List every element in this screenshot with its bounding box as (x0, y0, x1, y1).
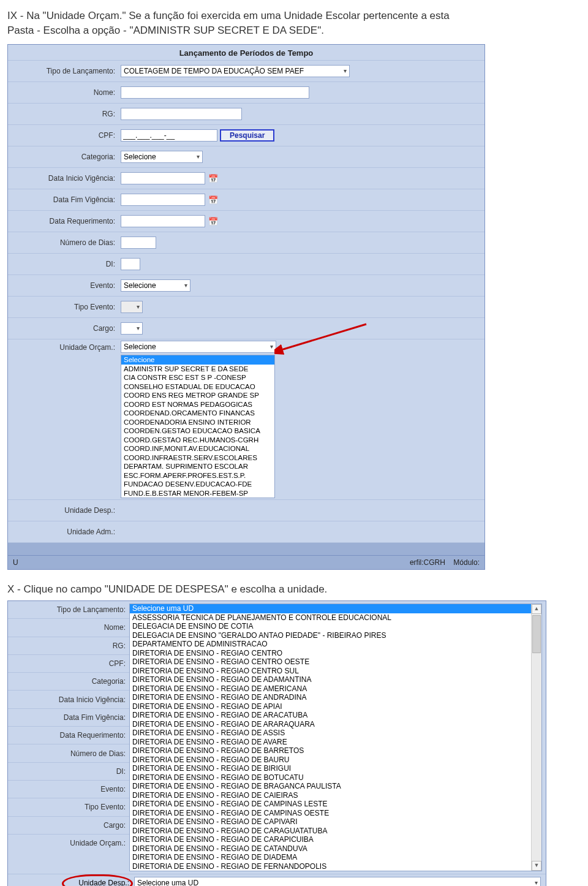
dropdown-option[interactable]: Selecione (121, 355, 274, 365)
select-tipo-lancamento[interactable]: COLETAGEM DE TEMPO DA EDUCAÇÃO SEM PAEF (121, 65, 350, 77)
select-unid-desp-2[interactable]: Selecione uma UD (134, 877, 541, 886)
label-data-fim: Data Fim Vigência: (8, 195, 119, 204)
form-label: DI: (8, 762, 129, 780)
select-categoria[interactable]: Selecione (121, 151, 203, 163)
panel-title: Lançamento de Períodos de Tempo (8, 45, 484, 60)
input-data-req[interactable] (121, 215, 205, 227)
scroll-up-icon[interactable]: ▲ (532, 604, 541, 614)
scrollbar[interactable]: ▲ ▼ (531, 604, 541, 871)
screenshot-panel-1: Lançamento de Períodos de Tempo Tipo de … (7, 44, 485, 570)
footer-modulo: Módulo: (453, 558, 480, 567)
input-data-fim[interactable] (121, 194, 205, 206)
calendar-icon[interactable]: 📅 (208, 173, 219, 184)
form-label: Tipo de Lançamento: (8, 601, 129, 618)
input-nome[interactable] (121, 86, 309, 99)
label-unid-desp-2: Unidade Desp.: (8, 879, 133, 886)
label-data-inicio: Data Inicio Vigência: (8, 174, 119, 183)
listbox-option[interactable]: DIRETORIA DE ENSINO - REGIAO DE CAMPINAS… (130, 809, 541, 818)
dropdown-option[interactable]: DEPARTAM. SUPRIMENTO ESCOLAR (121, 462, 274, 471)
listbox-option[interactable]: DIRETORIA DE ENSINO - REGIAO DE AMERICAN… (130, 684, 541, 694)
label-unid-adm: Unidade Adm.: (8, 528, 119, 536)
instruction-second: X - Clique no campo "UNIDADE DE DESPESA"… (7, 583, 581, 596)
scroll-down-icon[interactable]: ▼ (532, 861, 541, 871)
pesquisar-button[interactable]: Pesquisar (220, 129, 274, 142)
listbox-option[interactable]: DIRETORIA DE ENSINO - REGIAO DE BAURU (130, 755, 541, 765)
listbox-option[interactable]: DIRETORIA DE ENSINO - REGIAO DE BOTUCATU (130, 773, 541, 782)
listbox-option[interactable]: DEPARTAMENTO DE ADMINISTRACAO (130, 640, 541, 649)
label-nome: Nome: (8, 88, 119, 97)
listbox-option[interactable]: DIRETORIA DE ENSINO - REGIAO DE CAPIVARI (130, 817, 541, 827)
listbox-option[interactable]: ASSESSORIA TECNICA DE PLANEJAMENTO E CON… (130, 613, 541, 623)
calendar-icon[interactable]: 📅 (208, 194, 219, 205)
input-num-dias[interactable] (121, 237, 156, 249)
dropdown-option[interactable]: COORDEN.GESTAO EDUCACAO BASICA (121, 426, 274, 436)
listbox-option[interactable]: DIRETORIA DE ENSINO - REGIAO DE AVARE (130, 738, 541, 747)
listbox-option[interactable]: DELEGACIA DE ENSINO "GERALDO ANTAO PIEDA… (130, 631, 541, 640)
listbox-option[interactable]: DIRETORIA DE ENSINO - REGIAO CENTRO OEST… (130, 657, 541, 667)
listbox-option[interactable]: DIRETORIA DE ENSINO - REGIAO DE CARAPICU… (130, 835, 541, 844)
listbox-option[interactable]: DIRETORIA DE ENSINO - REGIAO CENTRO SUL (130, 667, 541, 676)
label-tipo-lancamento: Tipo de Lançamento: (8, 67, 119, 75)
dropdown-option[interactable]: FUNDACAO DESENV.EDUCACAO-FDE (121, 480, 274, 489)
dropdown-option[interactable]: COORD.GESTAO REC.HUMANOS-CGRH (121, 436, 274, 445)
dropdown-option[interactable]: FUND.E.B.ESTAR MENOR-FEBEM-SP (121, 489, 274, 498)
dropdown-option[interactable]: ADMINISTR SUP SECRET E DA SEDE (121, 365, 274, 374)
input-cpf[interactable] (121, 129, 217, 142)
instruction-line-1: IX - Na "Unidade Orçam." Se a função foi… (7, 10, 581, 22)
listbox-option[interactable]: DIRETORIA DE ENSINO - REGIAO DE ANDRADIN… (130, 693, 541, 702)
footer-u: U (13, 556, 18, 569)
form-label: Data Requerimento: (8, 726, 129, 744)
label-di: DI: (8, 260, 119, 268)
listbox-option[interactable]: DIRETORIA DE ENSINO - REGIAO DE BRAGANCA… (130, 782, 541, 791)
dropdown-option[interactable]: COORDENAD.ORCAMENTO FINANCAS (121, 409, 274, 418)
dropdown-option[interactable]: COORD.INF,MONIT.AV.EDUCACIONAL (121, 444, 274, 453)
form-label: Tipo Evento: (8, 798, 129, 816)
dropdown-option[interactable]: CIA CONSTR ESC EST S P -CONESP (121, 373, 274, 382)
dropdown-option[interactable]: COORD ENS REG METROP GRANDE SP (121, 391, 274, 400)
select-tipo-evento[interactable] (121, 301, 143, 313)
label-evento: Evento: (8, 281, 119, 290)
dropdown-option[interactable]: CONSELHO ESTADUAL DE EDUCACAO (121, 382, 274, 392)
form-label: Cargo: (8, 816, 129, 834)
label-tipo-evento: Tipo Evento: (8, 303, 119, 311)
dropdown-unid-orcam[interactable]: SelecioneADMINISTR SUP SECRET E DA SEDEC… (121, 355, 275, 498)
listbox-option[interactable]: DIRETORIA DE ENSINO - REGIAO DE DIADEMA (130, 853, 541, 862)
listbox-option[interactable]: Selecione uma UD (130, 604, 541, 613)
listbox-option[interactable]: DIRETORIA DE ENSINO - REGIAO DE CAIEIRAS (130, 791, 541, 800)
select-cargo[interactable] (121, 322, 143, 335)
input-di[interactable] (121, 258, 140, 270)
input-data-inicio[interactable] (121, 172, 205, 184)
label-data-req: Data Requerimento: (8, 217, 119, 225)
input-rg[interactable] (121, 108, 242, 120)
form-label: Categoria: (8, 672, 129, 690)
listbox-unid-desp[interactable]: Selecione uma UDASSESSORIA TECNICA DE PL… (129, 604, 542, 871)
listbox-option[interactable]: DIRETORIA DE ENSINO - REGIAO DE BIRIGUI (130, 764, 541, 773)
listbox-option[interactable]: DIRETORIA DE ENSINO - REGIAO DE BARRETOS (130, 746, 541, 755)
status-bar: U erfil:CGRH Módulo: (8, 555, 484, 569)
select-unid-orcam[interactable]: Selecione (121, 341, 276, 353)
label-rg: RG: (8, 110, 119, 118)
form-label: CPF: (8, 654, 129, 672)
dropdown-option[interactable]: COORD.INFRAESTR.SERV.ESCOLARES (121, 453, 274, 463)
listbox-option[interactable]: DIRETORIA DE ENSINO - REGIAO DE FERNANDO… (130, 862, 541, 871)
listbox-option[interactable]: DIRETORIA DE ENSINO - REGIAO DE APIAI (130, 702, 541, 711)
listbox-option[interactable]: DIRETORIA DE ENSINO - REGIAO DE ARARAQUA… (130, 720, 541, 729)
listbox-option[interactable]: DIRETORIA DE ENSINO - REGIAO DE CATANDUV… (130, 844, 541, 854)
dropdown-option[interactable]: ESC.FORM.APERF.PROFES.EST.S.P. (121, 471, 274, 480)
form-label: Evento: (8, 780, 129, 798)
dropdown-option[interactable]: COORDENADORIA ENSINO INTERIOR (121, 418, 274, 427)
dropdown-option[interactable]: COORD EST NORMAS PEDAGOGICAS (121, 400, 274, 409)
form-label: Data Fim Vigência: (8, 708, 129, 726)
label-unid-orcam: Unidade Orçam.: (8, 341, 119, 352)
select-evento[interactable]: Selecione (121, 279, 190, 292)
form-label: Número de Dias: (8, 744, 129, 762)
listbox-option[interactable]: DELEGACIA DE ENSINO DE COTIA (130, 622, 541, 631)
listbox-option[interactable]: DIRETORIA DE ENSINO - REGIAO CENTRO (130, 649, 541, 658)
listbox-option[interactable]: DIRETORIA DE ENSINO - REGIAO DE CAMPINAS… (130, 800, 541, 809)
listbox-option[interactable]: DIRETORIA DE ENSINO - REGIAO DE ASSIS (130, 729, 541, 738)
listbox-option[interactable]: DIRETORIA DE ENSINO - REGIAO DE ADAMANTI… (130, 675, 541, 684)
scroll-thumb[interactable] (532, 615, 541, 653)
listbox-option[interactable]: DIRETORIA DE ENSINO - REGIAO DE ARACATUB… (130, 711, 541, 720)
listbox-option[interactable]: DIRETORIA DE ENSINO - REGIAO DE CARAGUAT… (130, 827, 541, 836)
calendar-icon[interactable]: 📅 (208, 216, 219, 227)
